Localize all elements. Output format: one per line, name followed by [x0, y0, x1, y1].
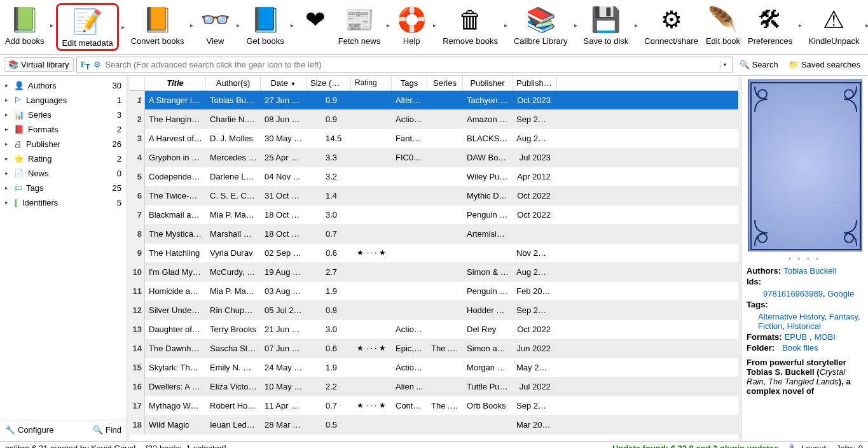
table-row[interactable]: 2The Hanging CityCharlie N. Ho...08 Jun … — [130, 110, 738, 129]
tag-link[interactable]: Fantasy — [829, 312, 858, 321]
preferences-label: Preferences — [748, 36, 792, 46]
sidebar-item-identifiers[interactable]: ▸∥Identifiers5 — [0, 195, 127, 210]
sidebar-item-authors[interactable]: ▸👤Authors30 — [0, 78, 127, 93]
svg-point-1 — [758, 90, 767, 99]
table-row[interactable]: 18Wild MagicIeuan Ledger28 Mar 2...0.5Ma… — [130, 416, 738, 435]
remove-books-dropdown[interactable]: ▸ — [502, 22, 510, 29]
format-link[interactable]: EPUB — [785, 332, 807, 342]
col-series[interactable]: Series — [427, 76, 463, 90]
search-input[interactable] — [105, 60, 716, 69]
col-author[interactable]: Author(s) — [206, 76, 261, 90]
table-row[interactable]: 14The DawnhoundsSascha Stron...07 Jun 20… — [130, 339, 738, 358]
tag-link[interactable]: Fiction — [758, 321, 782, 331]
sidebar-item-publisher[interactable]: ▸🖨Publisher26 — [0, 137, 127, 151]
search-button[interactable]: 🔍 Search — [736, 59, 782, 71]
sidebar-item-series[interactable]: ▸📊Series3 — [0, 108, 127, 122]
table-row[interactable]: 10I'm Glad My M...McCurdy, Je...19 Aug 2… — [130, 263, 738, 282]
fulltext-icon[interactable]: FT — [81, 59, 90, 71]
cover-image[interactable] — [748, 80, 862, 251]
folder-link[interactable]: Book files — [782, 343, 818, 353]
heart-button[interactable]: ❤ — [296, 3, 334, 38]
preferences-dropdown[interactable]: ▸ — [796, 22, 804, 29]
col-publisher[interactable]: Publisher — [463, 76, 513, 90]
convert-books-button[interactable]: 📙Convert books — [127, 3, 188, 47]
tag-link[interactable]: Historical — [787, 321, 821, 331]
table-row[interactable]: 15Skylark: The Dr...Emily N. Mad...24 Ma… — [130, 358, 738, 377]
table-row[interactable]: 5CodependencyDarlene Lanc...04 Nov 2...3… — [130, 167, 738, 186]
configure-label: Configure — [18, 425, 53, 435]
sidebar-item-languages[interactable]: ▸🏳Languages1 — [0, 93, 127, 108]
configure-button[interactable]: 🔧 Configure — [5, 425, 53, 435]
preferences-button[interactable]: 🛠Preferences — [744, 3, 796, 47]
help-button[interactable]: 🛟Help — [392, 3, 431, 47]
col-published[interactable]: Published — [513, 76, 557, 90]
edit-book-button[interactable]: 🪶Edit book — [702, 3, 744, 47]
table-row[interactable]: 11Homicide and ...Mia P. Mana...03 Aug 2… — [130, 282, 738, 301]
table-row[interactable]: 3A Harvest of As...D. J. Molles30 May 2.… — [130, 129, 738, 148]
col-title[interactable]: Title — [145, 76, 206, 90]
edit-metadata-label: Edit metadata — [62, 38, 113, 48]
tag-link[interactable]: Alternative History — [758, 312, 825, 321]
edit-metadata-button[interactable]: 📝Edit metadata — [56, 3, 118, 51]
fetch-news-dropdown[interactable]: ▸ — [384, 22, 392, 29]
convert-books-dropdown[interactable]: ▸ — [188, 22, 196, 29]
kindle-unpack-button[interactable]: ⚠KindleUnpack — [804, 3, 863, 47]
author-link[interactable]: Tobias Buckell — [783, 266, 836, 276]
publisher-icon: 🖨 — [14, 139, 22, 149]
col-size[interactable]: Size (MB) — [307, 76, 351, 90]
cell-author: Vyria Durav — [206, 248, 261, 258]
identifiers-icon: ∥ — [14, 198, 18, 207]
table-row[interactable]: 9The HatchlingVyria Durav02 Sep 20...0.6… — [130, 244, 738, 263]
find-button[interactable]: 🔍 Find — [93, 425, 121, 435]
table-row[interactable]: 16Dwellers: A No...Eliza Victoria10 May … — [130, 377, 738, 396]
view-button[interactable]: 👓View — [196, 3, 234, 47]
table-row[interactable]: 8The Mystical M...Marshall Rya...18 Oct … — [130, 225, 738, 244]
id-link[interactable]: Google — [827, 289, 854, 298]
col-rating[interactable]: Rating — [351, 76, 392, 90]
update-notice[interactable]: Update found: 6.22.0 and 2 plugin update… — [612, 444, 778, 448]
search-dropdown[interactable]: ▾ — [720, 60, 729, 69]
drag-handle[interactable]: • • • • — [741, 255, 868, 262]
search-icon: 🔍 — [740, 60, 750, 69]
saved-searches-button[interactable]: 📁 Saved searches — [785, 59, 864, 71]
get-books-button[interactable]: 📘Get books — [242, 3, 287, 47]
sidebar-item-formats[interactable]: ▸📕Formats2 — [0, 122, 127, 137]
edit-metadata-dropdown[interactable]: ▸ — [119, 24, 127, 31]
table-row[interactable]: 7Blackmail and ...Mia P. Mana...18 Oct 2… — [130, 206, 738, 225]
layout-button[interactable]: 🔧 Layout — [789, 444, 826, 448]
view-dropdown[interactable]: ▸ — [234, 22, 242, 29]
col-date[interactable]: Date ▼ — [261, 76, 307, 90]
table-row[interactable]: 4Gryphon in Lig...Mercedes La...25 Apr 2… — [130, 148, 738, 167]
table-row[interactable]: 1A Stranger in th...Tobias Buckell27 Jun… — [130, 91, 738, 110]
col-tags[interactable]: Tags — [392, 76, 427, 90]
remove-books-button[interactable]: 🗑Remove books — [439, 3, 502, 47]
get-books-dropdown[interactable]: ▸ — [288, 22, 296, 29]
table-row[interactable]: 12Silver Under Ni...Rin Chupeco05 Jul 20… — [130, 301, 738, 320]
virtual-library-button[interactable]: 📚 Virtual library — [4, 57, 74, 72]
add-books-dropdown[interactable]: ▸ — [48, 22, 56, 29]
jobs-indicator[interactable]: Jobs: 0 — [836, 444, 863, 448]
table-row[interactable]: 6The Twice-Dro...C. S. E. Cooney31 Oct 2… — [130, 186, 738, 206]
folder-label: Folder: — [747, 343, 775, 353]
id-link[interactable]: 9781616963989 — [763, 289, 823, 298]
table-row[interactable]: 13Daughter of Da...Terry Brooks21 Jun 20… — [130, 320, 738, 339]
kindle-unpack-dropdown[interactable]: ▸ — [863, 22, 868, 29]
fetch-news-button[interactable]: 📰Fetch news — [334, 3, 384, 47]
help-dropdown[interactable]: ▸ — [431, 22, 439, 29]
gear-icon[interactable]: ⚙ — [93, 60, 101, 69]
cell-size: 3.2 — [307, 172, 351, 181]
sidebar-item-rating[interactable]: ▸⭐Rating2 — [0, 151, 127, 166]
table-row[interactable]: 17Mythago WoodRobert Holds...11 Apr 20..… — [130, 396, 738, 416]
format-link[interactable]: MOBI — [815, 332, 836, 342]
cell-tags: Conte... — [392, 401, 427, 410]
connect-share-button[interactable]: ⚙Connect/share — [640, 3, 702, 47]
calibre-library-button[interactable]: 📚Calibre Library — [510, 3, 572, 47]
save-disk-button[interactable]: 💾Save to disk — [580, 3, 633, 47]
add-books-button[interactable]: 📗Add books — [1, 3, 48, 47]
sidebar-item-tags[interactable]: ▸🏷Tags25 — [0, 181, 127, 195]
calibre-library-dropdown[interactable]: ▸ — [572, 22, 580, 29]
grid-body[interactable]: 1A Stranger in th...Tobias Buckell27 Jun… — [130, 91, 738, 441]
cell-date: 03 Aug 2... — [261, 286, 307, 296]
save-disk-dropdown[interactable]: ▸ — [632, 22, 640, 29]
sidebar-item-news[interactable]: ▸📄News0 — [0, 166, 127, 181]
